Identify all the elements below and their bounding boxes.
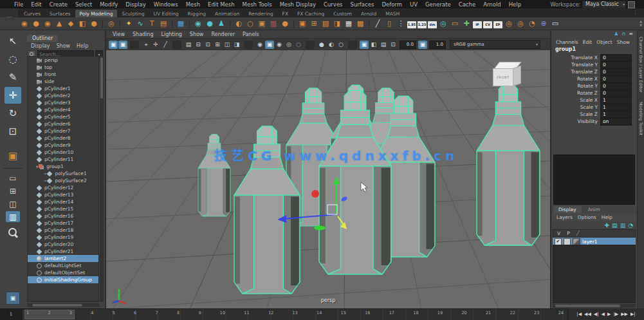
shelf-tab[interactable]: Sculpting xyxy=(117,10,149,17)
panel-toolbar-button[interactable]: ◎ xyxy=(284,41,293,49)
shelf-tab[interactable]: MASH xyxy=(381,10,404,17)
measure-badge-icon[interactable]: dm xyxy=(428,21,437,28)
channel-row[interactable]: Scale Z 1 xyxy=(551,111,637,118)
magnifier-icon[interactable] xyxy=(6,227,19,240)
play-forwards-button[interactable]: ▶ xyxy=(607,310,611,319)
separate-icon[interactable]: ○ xyxy=(245,18,255,29)
outliner-menu-item[interactable]: Display xyxy=(28,43,53,49)
insert-edge-loop-icon[interactable]: ╱ xyxy=(373,18,383,29)
multi-cut-icon[interactable]: ▩ xyxy=(355,18,365,29)
remesh-icon[interactable]: ◉ xyxy=(193,18,203,29)
panel-menu-item[interactable]: View xyxy=(109,32,129,37)
outliner-item[interactable]: pCylinder18 xyxy=(28,227,98,234)
outliner-item[interactable]: front xyxy=(28,71,98,78)
outliner-vertical-scrollbar[interactable] xyxy=(100,56,104,302)
paint-select-tool-icon[interactable]: ✎ xyxy=(5,69,21,86)
create-empty-layer-icon[interactable]: ✚ xyxy=(605,222,610,229)
workspace-settings-icon[interactable] xyxy=(628,1,635,8)
panel-toolbar-button[interactable]: ⊡ xyxy=(389,41,398,49)
panel-toolbar-button[interactable]: ● xyxy=(317,41,326,49)
layout-two-pane-button[interactable]: ◫ xyxy=(6,198,20,209)
menu-item[interactable]: Modify xyxy=(96,1,122,8)
outliner-item[interactable]: defaultObjectSet xyxy=(28,269,98,276)
time-slider[interactable]: 123456789101112131415161718192021222324 xyxy=(23,308,567,320)
menu-item[interactable]: Mesh xyxy=(182,1,204,8)
step-forward-frame-button[interactable]: ▶▶ xyxy=(620,310,629,319)
outliner-item[interactable]: lambert2 xyxy=(28,255,98,262)
move-layer-down-icon[interactable]: ◔ xyxy=(628,222,633,229)
layer-menu-item[interactable]: Layers xyxy=(554,214,575,220)
panel-toolbar-button[interactable]: ◐ xyxy=(327,41,336,49)
panel-toolbar-button[interactable]: ⊞ xyxy=(213,41,222,49)
channel-box-menu-item[interactable]: Object xyxy=(594,39,614,45)
insert-point-badge-icon[interactable]: IP xyxy=(473,21,482,28)
panel-menu-item[interactable]: Panels xyxy=(239,32,263,37)
shelf-button[interactable] xyxy=(120,19,120,28)
show-attribute-editor-icon[interactable]: ∩ xyxy=(621,31,625,37)
channel-box-menu-item[interactable]: Show xyxy=(615,39,632,45)
panel-toolbar-button[interactable]: ◉ xyxy=(255,41,264,49)
offset-edge-icon[interactable]: ▯ xyxy=(384,18,394,29)
shelf-tab[interactable]: Arnold xyxy=(356,10,381,17)
outliner-menu-item[interactable]: Show xyxy=(54,43,73,49)
shelf-button[interactable] xyxy=(369,19,369,28)
outliner-item[interactable]: top xyxy=(28,64,98,71)
outliner-item[interactable]: pCylinder16 xyxy=(28,212,98,220)
chamfer-icon[interactable]: ◨ xyxy=(332,18,342,29)
outliner-item[interactable]: pCylinder13 xyxy=(28,191,98,198)
menu-item[interactable]: Curves xyxy=(320,1,347,8)
step-back-frame-button[interactable]: ◀◀ xyxy=(584,310,592,319)
retopo-icon[interactable]: ● xyxy=(205,18,215,29)
menu-item[interactable]: File xyxy=(10,1,27,8)
sweep-mesh-icon[interactable]: ✦ xyxy=(124,18,134,29)
menu-item[interactable]: Generate xyxy=(421,1,455,8)
panel-toolbar-button[interactable]: ▣ xyxy=(109,41,118,49)
channel-row[interactable]: Rotate Y 0 xyxy=(551,82,637,89)
outliner-item[interactable]: pCylinder14 xyxy=(28,198,98,205)
layout-single-pane-button[interactable]: ▭ xyxy=(6,173,20,184)
outliner-item[interactable]: pCylinder5 xyxy=(28,113,98,120)
panel-toolbar-button[interactable]: ▤ xyxy=(184,41,193,49)
panel-toolbar-button[interactable]: ⊡ xyxy=(203,41,212,49)
menu-item[interactable]: Deform xyxy=(378,1,406,8)
crease-badge-icon[interactable]: 1.85 xyxy=(407,21,416,28)
move-layer-up-icon[interactable]: ▥ xyxy=(620,222,626,229)
outliner-item[interactable]: pCylinder12 xyxy=(28,184,98,191)
menu-item[interactable]: Edit xyxy=(27,1,45,8)
shelf-tab[interactable]: Rigging xyxy=(183,10,210,17)
shelf-tab[interactable]: FX Caching xyxy=(293,10,329,17)
step-back-key-button[interactable]: ◀| xyxy=(593,310,600,319)
outliner-item[interactable]: pCylinder17 xyxy=(28,220,98,227)
platonic-solid-icon[interactable]: ◎ xyxy=(106,18,116,29)
right-panel-tab[interactable]: Channel Box / Layer Editor xyxy=(638,37,643,93)
spin-edge-icon[interactable]: ◎ xyxy=(515,18,526,29)
outliner-item[interactable]: pCylinder4 xyxy=(28,106,98,113)
shelf-tab[interactable]: Rendering xyxy=(244,10,277,17)
channel-row[interactable]: Scale X 1 xyxy=(551,97,637,104)
shelf-tab[interactable]: Curves xyxy=(19,10,45,17)
play-backwards-button[interactable]: ◀ xyxy=(601,310,605,319)
ep-badge-icon[interactable]: EP xyxy=(493,21,502,28)
poly-torus-icon[interactable]: ◧ xyxy=(77,18,87,29)
outliner-item[interactable]: → polySurface1 xyxy=(28,170,98,177)
channel-row[interactable]: Rotate Z 0 xyxy=(551,89,637,97)
menu-item[interactable]: Edit Mesh xyxy=(204,1,239,8)
type-tool-icon[interactable]: T xyxy=(147,18,157,29)
outliner-item[interactable]: pCylinder1 xyxy=(28,85,98,92)
outliner-item[interactable]: pCylinder3 xyxy=(28,99,98,106)
panel-toolbar-button[interactable]: ◉ xyxy=(275,41,284,49)
scale-tool-icon[interactable]: ⊡ xyxy=(5,123,21,140)
panel-toolbar-button[interactable]: ▤ xyxy=(379,41,388,49)
menu-item[interactable]: Cache xyxy=(455,1,479,8)
layer-color-swatch[interactable] xyxy=(573,238,580,245)
extrude-icon[interactable]: ▣ xyxy=(297,18,308,29)
panel-toolbar-button[interactable]: ◌ xyxy=(294,41,303,49)
shelf-scroll-arrows[interactable]: ▲▼ xyxy=(639,20,644,27)
view-cube-side-face[interactable] xyxy=(512,66,521,87)
menu-item[interactable]: Mesh Tools xyxy=(239,1,276,8)
view-transform-dropdown[interactable]: sRGB gamma xyxy=(450,40,540,49)
step-forward-key-button[interactable]: |▶ xyxy=(612,310,619,319)
shelf-button[interactable] xyxy=(172,19,172,28)
panel-toolbar-button[interactable] xyxy=(348,41,357,49)
panel-menu-item[interactable]: Lighting xyxy=(157,32,185,37)
